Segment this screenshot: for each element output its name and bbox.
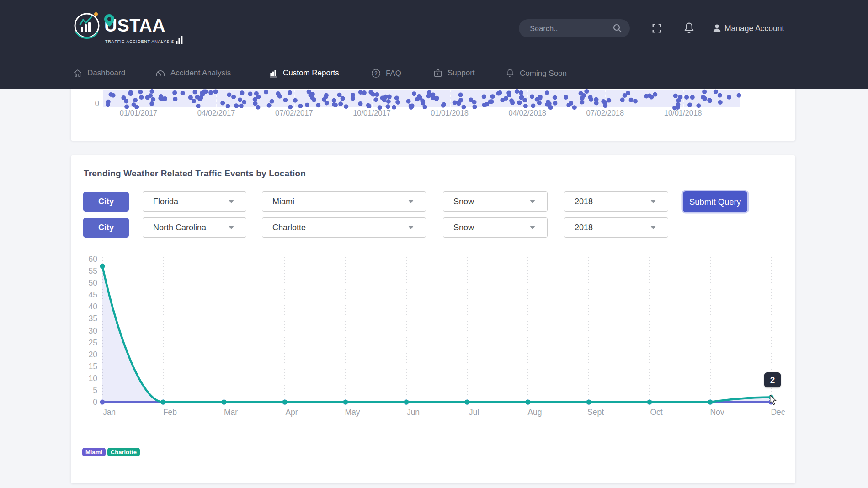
scatter-point [351, 93, 355, 97]
nav-label: Accident Analysis [170, 69, 231, 78]
miami-point[interactable] [222, 400, 227, 405]
nav-label: Dashboard [87, 69, 125, 78]
nav-item-coming-soon[interactable]: Coming Soon [506, 69, 567, 78]
year-select-1[interactable]: 2018 [564, 191, 668, 212]
nav-label: Custom Reports [283, 69, 339, 78]
brand-subtitle: TRAFFIC ACCIDENT ANALYSIS [105, 39, 174, 44]
scatter-point [500, 98, 505, 102]
scatter-point [690, 95, 695, 100]
miami-point[interactable] [465, 400, 470, 405]
location-pin-icon [104, 14, 114, 27]
scatter-point [325, 101, 329, 105]
nav-item-custom-reports[interactable]: Custom Reports [269, 69, 339, 78]
miami-point[interactable] [161, 400, 166, 405]
scatter-point [515, 89, 519, 94]
search-input[interactable]: Search.. [519, 19, 630, 37]
scatter-point [633, 99, 638, 104]
scatter-point [580, 96, 585, 101]
legend-chip-charlotte[interactable]: Charlotte [107, 448, 140, 456]
legend-chip-miami[interactable]: Miami [82, 448, 106, 456]
charlotte-point[interactable] [647, 400, 652, 405]
miami-point[interactable] [343, 400, 348, 405]
charlotte-point[interactable] [465, 400, 470, 405]
y-axis-tick: 20 [89, 350, 98, 359]
notifications-bell-icon[interactable] [683, 22, 695, 35]
manage-account-button[interactable]: Manage Account [713, 18, 784, 38]
nav-label: Support [447, 69, 475, 78]
charlotte-point[interactable] [586, 400, 591, 405]
scatter-point [139, 95, 144, 100]
x-axis-tick: Jul [469, 408, 479, 417]
state-select-1[interactable]: Florida [143, 191, 246, 212]
scatter-x-tick: 01/01/2017 [107, 109, 170, 117]
weather-select-2[interactable]: Snow [443, 217, 548, 238]
scatter-point [737, 93, 741, 98]
charlotte-point[interactable] [161, 400, 166, 405]
miami-point[interactable] [586, 400, 591, 405]
scatter-point [151, 97, 155, 102]
scatter-point [307, 90, 311, 94]
scatter-point [248, 92, 252, 96]
scatter-point [488, 100, 492, 104]
scatter-point [149, 101, 154, 106]
scatter-point [276, 91, 281, 96]
scatter-point [684, 95, 689, 100]
x-axis-tick: Feb [163, 408, 177, 417]
y-axis-tick: 40 [89, 302, 98, 311]
charlotte-point[interactable] [404, 400, 409, 405]
scatter-point [332, 102, 336, 107]
scatter-point [121, 95, 126, 100]
scatter-point [150, 89, 154, 94]
scatter-point [203, 90, 208, 94]
bell-icon [506, 69, 515, 78]
scatter-point [220, 101, 225, 106]
chevron-down-icon [408, 200, 414, 203]
timeline-scatter-card: 0 01/01/201704/02/201707/02/201710/01/20… [71, 89, 795, 141]
brand-emblem-icon [72, 11, 102, 43]
miami-point[interactable] [647, 400, 652, 405]
nav-item-accident-analysis[interactable]: Accident Analysis [155, 69, 231, 78]
scatter-point [458, 93, 463, 97]
scatter-point [653, 92, 657, 97]
scatter-point [718, 93, 722, 98]
miami-point[interactable] [100, 400, 105, 405]
miami-point[interactable] [708, 400, 713, 405]
weather-select-1[interactable]: Snow [443, 191, 548, 212]
scatter-point [703, 96, 707, 101]
charlotte-point[interactable] [708, 400, 713, 405]
miami-point[interactable] [404, 400, 409, 405]
state-select-2[interactable]: North Carolina [143, 217, 246, 238]
nav-item-dashboard[interactable]: Dashboard [73, 69, 125, 78]
nav-item-faq[interactable]: ? FAQ [371, 69, 401, 78]
scatter-point [482, 95, 486, 99]
charlotte-point[interactable] [343, 400, 348, 405]
scatter-point [406, 99, 411, 104]
scatter-x-tick: 04/02/2017 [184, 109, 248, 117]
miami-point[interactable] [526, 400, 531, 405]
y-axis-tick: 55 [89, 266, 97, 276]
scatter-point [344, 104, 348, 109]
charlotte-point[interactable] [526, 400, 531, 405]
brand-logo[interactable]: USTAA TRAFFIC ACCIDENT ANALYSIS [72, 10, 191, 46]
scatter-point [607, 98, 611, 103]
city-select-1[interactable]: Miami [262, 191, 426, 212]
year-select-2[interactable]: 2018 [564, 217, 668, 238]
scatter-point [676, 102, 680, 107]
scatter-point [579, 91, 583, 95]
fullscreen-icon[interactable] [652, 23, 662, 33]
city-scope-button-2[interactable]: City [83, 218, 129, 238]
city-scope-button-1[interactable]: City [83, 192, 129, 212]
nav-item-support[interactable]: Support [433, 69, 475, 78]
search-icon[interactable] [613, 24, 622, 32]
charlotte-point[interactable] [100, 264, 105, 269]
city-select-2[interactable]: Charlotte [262, 217, 426, 238]
scatter-point [124, 104, 129, 109]
scatter-point [159, 94, 163, 99]
submit-query-button[interactable]: Submit Query [683, 191, 747, 212]
scatter-point [644, 94, 649, 99]
scatter-point [181, 91, 185, 95]
charlotte-point[interactable] [222, 400, 227, 405]
bars-icon [176, 36, 183, 44]
miami-point[interactable] [282, 400, 288, 405]
charlotte-point[interactable] [282, 400, 288, 405]
